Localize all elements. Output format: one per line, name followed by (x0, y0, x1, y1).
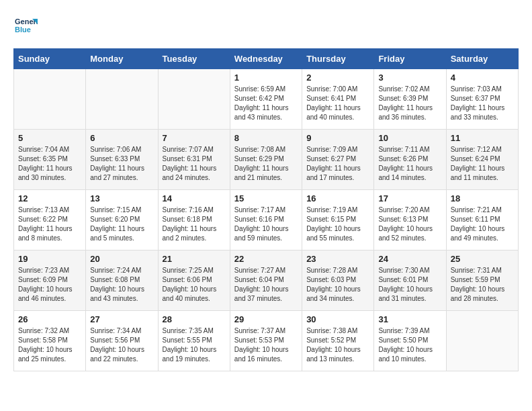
day-number: 6 (90, 133, 153, 143)
calendar-cell: 12Sunrise: 7:13 AMSunset: 6:22 PMDayligh… (14, 190, 86, 250)
day-number: 29 (234, 314, 298, 324)
day-number: 8 (234, 133, 298, 143)
calendar-cell: 30Sunrise: 7:38 AMSunset: 5:52 PMDayligh… (302, 311, 374, 371)
day-number: 19 (18, 254, 81, 264)
page-header: General Blue (13, 13, 519, 38)
calendar-cell: 14Sunrise: 7:16 AMSunset: 6:18 PMDayligh… (158, 190, 230, 250)
day-info: Sunrise: 7:02 AMSunset: 6:39 PMDaylight:… (378, 85, 441, 122)
calendar-cell (446, 311, 518, 371)
day-number: 16 (306, 193, 369, 203)
day-info: Sunrise: 7:16 AMSunset: 6:18 PMDaylight:… (163, 205, 226, 243)
day-number: 4 (451, 73, 514, 83)
calendar-cell: 17Sunrise: 7:20 AMSunset: 6:13 PMDayligh… (374, 190, 446, 250)
day-number: 12 (18, 193, 81, 203)
day-info: Sunrise: 7:27 AMSunset: 6:04 PMDaylight:… (234, 266, 298, 304)
calendar-cell: 27Sunrise: 7:34 AMSunset: 5:56 PMDayligh… (86, 311, 158, 371)
day-info: Sunrise: 7:39 AMSunset: 5:50 PMDaylight:… (378, 326, 441, 364)
calendar-cell: 25Sunrise: 7:31 AMSunset: 5:59 PMDayligh… (446, 250, 518, 311)
calendar-cell: 21Sunrise: 7:25 AMSunset: 6:06 PMDayligh… (158, 250, 230, 311)
day-info: Sunrise: 7:38 AMSunset: 5:52 PMDaylight:… (306, 326, 369, 364)
day-number: 23 (306, 254, 369, 264)
day-info: Sunrise: 7:24 AMSunset: 6:08 PMDaylight:… (90, 266, 153, 304)
day-info: Sunrise: 7:25 AMSunset: 6:06 PMDaylight:… (163, 266, 226, 304)
day-number: 7 (163, 133, 226, 143)
svg-text:General: General (15, 17, 38, 26)
calendar-cell: 7Sunrise: 7:07 AMSunset: 6:31 PMDaylight… (158, 130, 230, 190)
day-number: 10 (378, 133, 441, 143)
weekday-header-sunday: Sunday (14, 49, 86, 69)
weekday-header-thursday: Thursday (302, 49, 374, 69)
calendar-cell: 10Sunrise: 7:11 AMSunset: 6:26 PMDayligh… (374, 130, 446, 190)
day-number: 9 (306, 133, 369, 143)
day-info: Sunrise: 7:12 AMSunset: 6:24 PMDaylight:… (451, 145, 514, 183)
day-info: Sunrise: 7:07 AMSunset: 6:31 PMDaylight:… (163, 145, 226, 183)
calendar-cell: 9Sunrise: 7:09 AMSunset: 6:27 PMDaylight… (302, 130, 374, 190)
weekday-header-friday: Friday (374, 49, 446, 69)
day-number: 14 (163, 193, 226, 203)
calendar-cell (86, 69, 158, 130)
calendar-cell: 11Sunrise: 7:12 AMSunset: 6:24 PMDayligh… (446, 130, 518, 190)
day-info: Sunrise: 7:30 AMSunset: 6:01 PMDaylight:… (378, 266, 441, 304)
day-number: 17 (378, 193, 441, 203)
calendar-cell: 31Sunrise: 7:39 AMSunset: 5:50 PMDayligh… (374, 311, 446, 371)
day-info: Sunrise: 7:09 AMSunset: 6:27 PMDaylight:… (306, 145, 369, 183)
calendar-cell: 19Sunrise: 7:23 AMSunset: 6:09 PMDayligh… (14, 250, 86, 311)
day-info: Sunrise: 7:34 AMSunset: 5:56 PMDaylight:… (90, 326, 153, 364)
calendar-cell: 3Sunrise: 7:02 AMSunset: 6:39 PMDaylight… (374, 69, 446, 130)
calendar-cell: 18Sunrise: 7:21 AMSunset: 6:11 PMDayligh… (446, 190, 518, 250)
weekday-header-tuesday: Tuesday (158, 49, 230, 69)
day-number: 21 (163, 254, 226, 264)
calendar-cell: 8Sunrise: 7:08 AMSunset: 6:29 PMDaylight… (230, 130, 302, 190)
day-number: 5 (18, 133, 81, 143)
day-info: Sunrise: 7:13 AMSunset: 6:22 PMDaylight:… (18, 205, 81, 243)
day-number: 11 (451, 133, 514, 143)
calendar-table: SundayMondayTuesdayWednesdayThursdayFrid… (13, 48, 519, 371)
day-info: Sunrise: 7:15 AMSunset: 6:20 PMDaylight:… (90, 205, 153, 243)
logo: General Blue (13, 13, 40, 38)
calendar-cell: 26Sunrise: 7:32 AMSunset: 5:58 PMDayligh… (14, 311, 86, 371)
day-number: 25 (451, 254, 514, 264)
calendar-week-2: 5Sunrise: 7:04 AMSunset: 6:35 PMDaylight… (14, 130, 519, 190)
day-number: 28 (163, 314, 226, 324)
calendar-cell: 5Sunrise: 7:04 AMSunset: 6:35 PMDaylight… (14, 130, 86, 190)
calendar-week-3: 12Sunrise: 7:13 AMSunset: 6:22 PMDayligh… (14, 190, 519, 250)
calendar-cell: 23Sunrise: 7:28 AMSunset: 6:03 PMDayligh… (302, 250, 374, 311)
day-number: 20 (90, 254, 153, 264)
day-number: 24 (378, 254, 441, 264)
day-info: Sunrise: 6:59 AMSunset: 6:42 PMDaylight:… (234, 85, 298, 122)
day-info: Sunrise: 7:06 AMSunset: 6:33 PMDaylight:… (90, 145, 153, 183)
calendar-cell: 2Sunrise: 7:00 AMSunset: 6:41 PMDaylight… (302, 69, 374, 130)
weekday-header-row: SundayMondayTuesdayWednesdayThursdayFrid… (14, 49, 519, 69)
day-info: Sunrise: 7:19 AMSunset: 6:15 PMDaylight:… (306, 205, 369, 243)
day-number: 18 (451, 193, 514, 203)
day-number: 3 (378, 73, 441, 83)
day-info: Sunrise: 7:00 AMSunset: 6:41 PMDaylight:… (306, 85, 369, 122)
weekday-header-monday: Monday (86, 49, 158, 69)
calendar-cell: 16Sunrise: 7:19 AMSunset: 6:15 PMDayligh… (302, 190, 374, 250)
calendar-cell: 28Sunrise: 7:35 AMSunset: 5:55 PMDayligh… (158, 311, 230, 371)
calendar-cell: 1Sunrise: 6:59 AMSunset: 6:42 PMDaylight… (230, 69, 302, 130)
day-number: 26 (18, 314, 81, 324)
svg-text:Blue: Blue (15, 26, 31, 34)
day-info: Sunrise: 7:21 AMSunset: 6:11 PMDaylight:… (451, 205, 514, 243)
calendar-cell: 24Sunrise: 7:30 AMSunset: 6:01 PMDayligh… (374, 250, 446, 311)
logo-icon: General Blue (13, 13, 38, 38)
calendar-cell: 22Sunrise: 7:27 AMSunset: 6:04 PMDayligh… (230, 250, 302, 311)
day-number: 22 (234, 254, 298, 264)
day-info: Sunrise: 7:03 AMSunset: 6:37 PMDaylight:… (451, 85, 514, 122)
day-info: Sunrise: 7:23 AMSunset: 6:09 PMDaylight:… (18, 266, 81, 304)
calendar-cell: 15Sunrise: 7:17 AMSunset: 6:16 PMDayligh… (230, 190, 302, 250)
calendar-week-1: 1Sunrise: 6:59 AMSunset: 6:42 PMDaylight… (14, 69, 519, 130)
day-info: Sunrise: 7:37 AMSunset: 5:53 PMDaylight:… (234, 326, 298, 364)
calendar-cell: 4Sunrise: 7:03 AMSunset: 6:37 PMDaylight… (446, 69, 518, 130)
weekday-header-saturday: Saturday (446, 49, 518, 69)
day-info: Sunrise: 7:08 AMSunset: 6:29 PMDaylight:… (234, 145, 298, 183)
calendar-cell: 6Sunrise: 7:06 AMSunset: 6:33 PMDaylight… (86, 130, 158, 190)
day-info: Sunrise: 7:04 AMSunset: 6:35 PMDaylight:… (18, 145, 81, 183)
day-info: Sunrise: 7:20 AMSunset: 6:13 PMDaylight:… (378, 205, 441, 243)
day-info: Sunrise: 7:28 AMSunset: 6:03 PMDaylight:… (306, 266, 369, 304)
day-number: 13 (90, 193, 153, 203)
day-info: Sunrise: 7:35 AMSunset: 5:55 PMDaylight:… (163, 326, 226, 364)
day-info: Sunrise: 7:17 AMSunset: 6:16 PMDaylight:… (234, 205, 298, 243)
calendar-cell (158, 69, 230, 130)
